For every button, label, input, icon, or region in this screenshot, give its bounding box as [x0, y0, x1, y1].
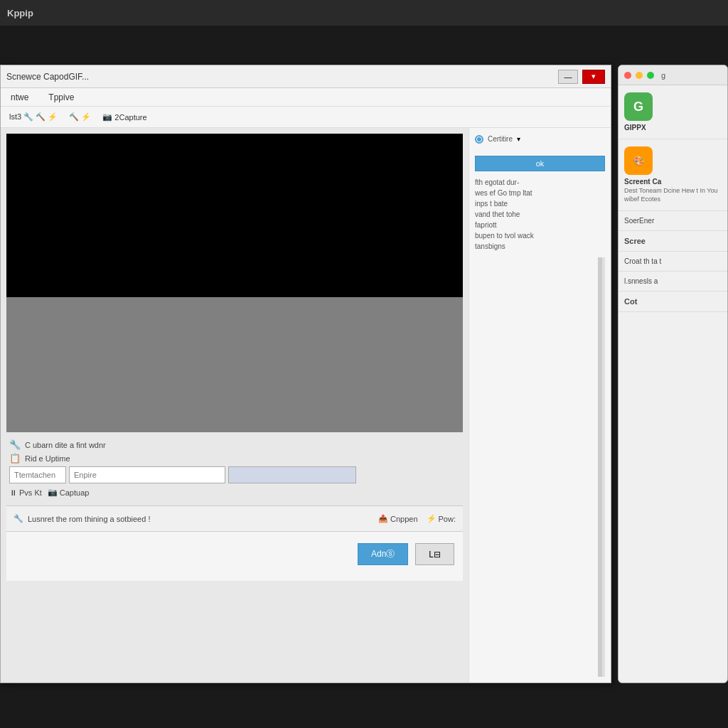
toolbar-btn-1[interactable]: lst3 🔧 🔨 ⚡: [6, 111, 60, 123]
cnppen-button[interactable]: 📤 Cnppen: [378, 514, 418, 523]
timeline-label-2: Rid e Uptime: [25, 454, 70, 463]
cot-label: Cot: [624, 297, 637, 306]
app-sidebar: g G GIPPX 🎨 Screent Ca Dest Toneam Dcine…: [618, 65, 728, 683]
preview-bottom: [6, 297, 463, 432]
screencap-label: Screent Ca: [624, 178, 722, 186]
lsnnesls-label: l.snnesls a: [624, 277, 658, 285]
screencap-icon: 🎨: [624, 146, 653, 175]
list-item-lsnnesls[interactable]: l.snnesls a: [619, 272, 727, 291]
right-description: fth egotat dur- wes ef Go tmp ltat inps …: [475, 177, 605, 252]
dot-yellow: [636, 72, 643, 79]
screencap-desc: Dest Toneam Dcine Hew t In You wibef Eco…: [624, 187, 722, 203]
timeline-row-1: 🔧 C ubarn dite a fint wdnr: [9, 439, 460, 450]
status-left: 🔧 Lusnret the rom thining a sotbieed !: [14, 514, 150, 523]
toolbar-capture-btn[interactable]: 📷 2Capture: [100, 111, 149, 123]
app-sidebar-title: g: [661, 71, 665, 80]
timeline-input-row: [9, 466, 460, 483]
menu-item-tppive[interactable]: Tppive: [44, 91, 78, 104]
dialog-content: 🔧 C ubarn dite a fint wdnr 📋 Rid e Uptim…: [1, 128, 611, 682]
list-item-croat[interactable]: Croat th ta t: [619, 252, 727, 272]
confirm-button[interactable]: ok: [475, 156, 605, 171]
list-item-cot[interactable]: Cot: [619, 291, 727, 312]
timeline-area: 🔧 C ubarn dite a fint wdnr 📋 Rid e Uptim…: [6, 435, 463, 505]
action-bar: Adnⓢ L⊟: [6, 531, 463, 581]
preview-area: [6, 134, 463, 432]
timeline-icon-1: 🔧: [9, 439, 21, 450]
status-right: 📤 Cnppen ⚡ Pow:: [378, 514, 456, 523]
secondary-action-button[interactable]: L⊟: [415, 543, 454, 565]
pause-button[interactable]: ⏸ Pvs Kt: [9, 488, 42, 497]
app-sidebar-header: g: [619, 65, 727, 85]
capture-icon: 📷: [102, 112, 112, 122]
dot-red: [624, 72, 631, 79]
desc-line-2: wes ef Go tmp ltat: [475, 188, 605, 198]
desc-line-5: fapriott: [475, 220, 605, 230]
capture-control-button[interactable]: 📷 Captuap: [48, 488, 90, 497]
desc-line-3: inps t bate: [475, 198, 605, 209]
pause-icon: ⏸: [9, 488, 17, 497]
giphy-label: GIPPX: [624, 124, 722, 132]
timeline-label-1: C ubarn dite a fint wdnr: [25, 441, 106, 449]
scrollbar[interactable]: [598, 257, 605, 677]
controls-row: ⏸ Pvs Kt 📷 Captuap: [9, 488, 460, 497]
dialog-window: Scnewce CapodGIF... — ▾ ntwe Tppive lst3…: [0, 65, 611, 683]
certitire-label: Certitire: [488, 134, 513, 144]
croat-label: Croat th ta t: [624, 257, 661, 265]
desc-line-4: vand thet tohe: [475, 209, 605, 220]
certitire-dropdown-arrow[interactable]: ▾: [517, 135, 520, 143]
timeline-input-2[interactable]: [69, 466, 225, 483]
primary-action-button[interactable]: Adnⓢ: [358, 543, 408, 565]
minimize-button[interactable]: —: [558, 70, 578, 84]
cnppen-icon: 📤: [378, 514, 388, 523]
soerener-label: SoerEner: [624, 217, 654, 225]
menu-item-ntwe[interactable]: ntwe: [6, 91, 33, 104]
status-text: Lusnret the rom thining a sotbieed !: [28, 515, 150, 523]
timeline-input-1[interactable]: [9, 466, 66, 483]
status-icon: 🔧: [14, 514, 23, 523]
list-item-soerener[interactable]: SoerEner: [619, 211, 727, 231]
desc-line-7: tansbigns: [475, 241, 605, 252]
list-item-scree[interactable]: Scree: [619, 231, 727, 252]
list-item-giphy[interactable]: G GIPPX: [619, 85, 727, 139]
left-panel: 🔧 C ubarn dite a fint wdnr 📋 Rid e Uptim…: [1, 128, 469, 682]
certitire-radio[interactable]: [475, 135, 483, 144]
timeline-icon-2: 📋: [9, 453, 21, 464]
right-panel: Certitire ▾ ok fth egotat dur- wes ef Go…: [469, 128, 611, 682]
dialog-titlebar: Scnewce CapodGIF... — ▾: [1, 65, 611, 88]
toolbar: lst3 🔧 🔨 ⚡ 🔨 ⚡ 📷 2Capture: [1, 107, 611, 128]
giphy-icon: G: [624, 92, 653, 121]
dot-green: [647, 72, 654, 79]
toolbar-btn-2[interactable]: 🔨 ⚡: [66, 111, 94, 123]
timeline-input-3[interactable]: [228, 466, 356, 483]
close-button[interactable]: ▾: [582, 70, 605, 84]
timeline-row-2: 📋 Rid e Uptime: [9, 453, 460, 464]
titlebar-buttons: — ▾: [558, 70, 605, 84]
pow-button[interactable]: ⚡ Pow:: [427, 514, 456, 523]
pow-icon: ⚡: [427, 514, 437, 523]
status-bar: 🔧 Lusnret the rom thining a sotbieed ! 📤…: [6, 505, 463, 531]
preview-top: [6, 134, 463, 297]
app-title: Kppip: [7, 8, 33, 18]
main-area: Scnewce CapodGIF... — ▾ ntwe Tppive lst3…: [0, 26, 728, 728]
list-item-screencap[interactable]: 🎨 Screent Ca Dest Toneam Dcine Hew t In …: [619, 139, 727, 211]
desc-line-1: fth egotat dur-: [475, 177, 605, 188]
certitire-option: Certitire ▾: [475, 134, 605, 144]
scree-label: Scree: [624, 237, 646, 245]
desc-line-6: bupen to tvol wack: [475, 230, 605, 241]
bottom-buttons: Adnⓢ L⊟: [15, 543, 454, 565]
dialog-title: Scnewce CapodGIF...: [6, 72, 89, 82]
menu-bar: ntwe Tppive: [1, 88, 611, 107]
top-bar: Kppip: [0, 0, 728, 26]
capture-ctrl-icon: 📷: [48, 488, 58, 497]
